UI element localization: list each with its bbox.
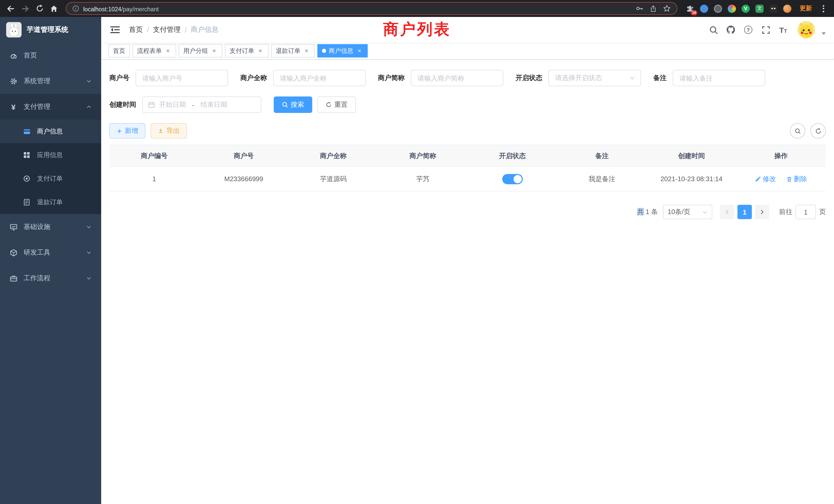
tab-close-icon[interactable]: × bbox=[303, 47, 310, 54]
tab-close-icon[interactable]: × bbox=[257, 47, 264, 54]
user-avatar[interactable] bbox=[797, 21, 815, 39]
extension-icon-green-check[interactable]: V bbox=[741, 4, 750, 13]
create-time-label: 创建时间 bbox=[109, 100, 142, 109]
logo-rabbit-icon bbox=[6, 22, 22, 38]
browser-menu-icon[interactable] bbox=[820, 5, 827, 12]
col-merchant-no: 商户号 bbox=[199, 145, 289, 166]
header-search-icon[interactable] bbox=[706, 23, 721, 37]
app-logo[interactable]: 芋道管理系统 bbox=[0, 17, 101, 43]
sidebar-item-home[interactable]: 首页 bbox=[0, 43, 101, 68]
breadcrumb-separator: / bbox=[185, 26, 187, 33]
extension-icon-gray[interactable] bbox=[713, 4, 723, 13]
extension-icon-dark[interactable] bbox=[769, 4, 778, 13]
page-size-value: 10条/页 bbox=[667, 207, 690, 216]
edit-link[interactable]: 修改 bbox=[755, 174, 776, 183]
toggle-search-button[interactable] bbox=[790, 123, 805, 139]
sidebar-item-app-info[interactable]: 应用信息 bbox=[0, 143, 101, 167]
tab-close-icon[interactable]: × bbox=[211, 47, 218, 54]
page-size-select[interactable]: 10条/页 bbox=[663, 205, 712, 219]
sidebar-item-label: 基础设施 bbox=[24, 222, 50, 231]
bookmark-star-icon[interactable] bbox=[663, 5, 671, 12]
password-key-icon[interactable] bbox=[636, 5, 643, 12]
tab-user-group[interactable]: 用户分组 × bbox=[179, 44, 222, 58]
sidebar-item-infrastructure[interactable]: 基础设施 bbox=[0, 214, 101, 240]
pencil-icon bbox=[755, 176, 761, 182]
cell-short-name: 芋艿 bbox=[378, 166, 467, 191]
status-toggle[interactable] bbox=[502, 174, 523, 184]
sidebar-item-dev-tools[interactable]: 研发工具 bbox=[0, 240, 101, 265]
sidebar-item-refund-order[interactable]: 退款订单 bbox=[0, 190, 101, 214]
refresh-icon bbox=[326, 101, 332, 108]
help-icon[interactable]: ? bbox=[741, 23, 755, 37]
font-size-icon[interactable]: TT bbox=[776, 23, 790, 37]
tab-refund-order[interactable]: 退款订单 × bbox=[271, 44, 315, 58]
sidebar-item-merchant-info[interactable]: 商户信息 bbox=[0, 120, 101, 143]
full-name-input[interactable] bbox=[273, 70, 366, 86]
extension-icon-blue[interactable] bbox=[699, 4, 709, 13]
tab-close-icon[interactable]: × bbox=[164, 47, 172, 54]
breadcrumb-home[interactable]: 首页 bbox=[129, 25, 143, 35]
browser-refresh-icon[interactable] bbox=[33, 2, 46, 15]
remark-input[interactable] bbox=[673, 70, 765, 86]
browser-forward-icon[interactable] bbox=[19, 2, 32, 15]
goto-suffix: 页 bbox=[819, 207, 826, 216]
tab-label: 商户信息 bbox=[329, 46, 353, 55]
extension-icon-green-square[interactable]: 文 bbox=[755, 4, 764, 13]
sidebar-item-payment[interactable]: ¥ 支付管理 bbox=[0, 94, 101, 120]
tab-home[interactable]: 首页 bbox=[108, 44, 130, 58]
tab-merchant-info[interactable]: 商户信息 × bbox=[317, 44, 368, 58]
plus-icon bbox=[116, 128, 122, 134]
delete-link[interactable]: 删除 bbox=[786, 174, 807, 183]
short-name-input[interactable] bbox=[411, 70, 503, 86]
tab-process-form[interactable]: 流程表单 × bbox=[132, 44, 176, 58]
merchant-no-input[interactable] bbox=[136, 70, 228, 86]
cell-merchant-no: M233666999 bbox=[199, 166, 289, 191]
status-select-placeholder: 请选择开启状态 bbox=[555, 73, 602, 83]
tab-label: 支付订单 bbox=[229, 46, 254, 55]
sidebar-item-system[interactable]: 系统管理 bbox=[0, 68, 101, 94]
page-number-current[interactable]: 1 bbox=[738, 205, 752, 219]
share-icon[interactable] bbox=[650, 5, 657, 12]
refresh-table-button[interactable] bbox=[810, 123, 826, 139]
target-icon bbox=[23, 175, 31, 182]
site-info-icon[interactable] bbox=[72, 5, 79, 12]
github-icon[interactable] bbox=[724, 23, 738, 37]
fullscreen-icon[interactable] bbox=[759, 23, 773, 37]
filter-row-2: 创建时间 开始日期 - 结束日期 搜索 bbox=[109, 96, 826, 113]
calendar-icon bbox=[148, 101, 155, 108]
tab-close-icon[interactable]: × bbox=[356, 47, 363, 54]
browser-back-icon[interactable] bbox=[4, 2, 18, 15]
sidebar-toggle-icon[interactable] bbox=[108, 23, 122, 37]
export-button[interactable]: 导出 bbox=[151, 123, 187, 139]
goto-page-input[interactable] bbox=[795, 205, 816, 219]
search-button[interactable]: 搜索 bbox=[274, 96, 312, 113]
sidebar-item-pay-order[interactable]: 支付订单 bbox=[0, 167, 101, 190]
user-menu-caret-icon[interactable] bbox=[822, 32, 826, 35]
col-full-name: 商户全称 bbox=[289, 145, 378, 166]
extension-icon-multicolor[interactable] bbox=[727, 4, 737, 13]
browser-home-icon[interactable] bbox=[47, 2, 61, 15]
tab-pay-order[interactable]: 支付订单 × bbox=[225, 44, 269, 58]
sidebar-item-label: 商户信息 bbox=[37, 127, 63, 136]
tab-label: 用户分组 bbox=[183, 46, 208, 55]
caret-down-icon bbox=[702, 209, 708, 215]
url-bar[interactable]: localhost:1024/pay/merchant bbox=[66, 2, 677, 15]
extension-icon-avatar[interactable] bbox=[783, 4, 792, 13]
breadcrumb-separator: / bbox=[147, 26, 149, 33]
sidebar-item-workflow[interactable]: 工作流程 bbox=[0, 265, 101, 291]
create-time-range-picker[interactable]: 开始日期 - 结束日期 bbox=[142, 96, 261, 113]
col-remark: 备注 bbox=[557, 145, 647, 166]
next-page-button[interactable] bbox=[755, 205, 769, 219]
browser-update-button[interactable]: 更新 bbox=[799, 4, 812, 13]
prev-page-button[interactable] bbox=[720, 205, 734, 219]
breadcrumb-current: 商户信息 bbox=[191, 25, 219, 35]
extensions-puzzle-icon[interactable]: 10 bbox=[686, 4, 695, 13]
document-icon bbox=[23, 199, 31, 206]
add-button[interactable]: 新增 bbox=[109, 123, 145, 139]
status-select[interactable]: 请选择开启状态 bbox=[548, 70, 641, 86]
cube-icon bbox=[9, 249, 18, 256]
sidebar-item-label: 退款订单 bbox=[37, 198, 63, 207]
breadcrumb-payment[interactable]: 支付管理 bbox=[153, 25, 181, 35]
remark-label: 备注 bbox=[653, 73, 673, 83]
reset-button[interactable]: 重置 bbox=[317, 96, 356, 113]
